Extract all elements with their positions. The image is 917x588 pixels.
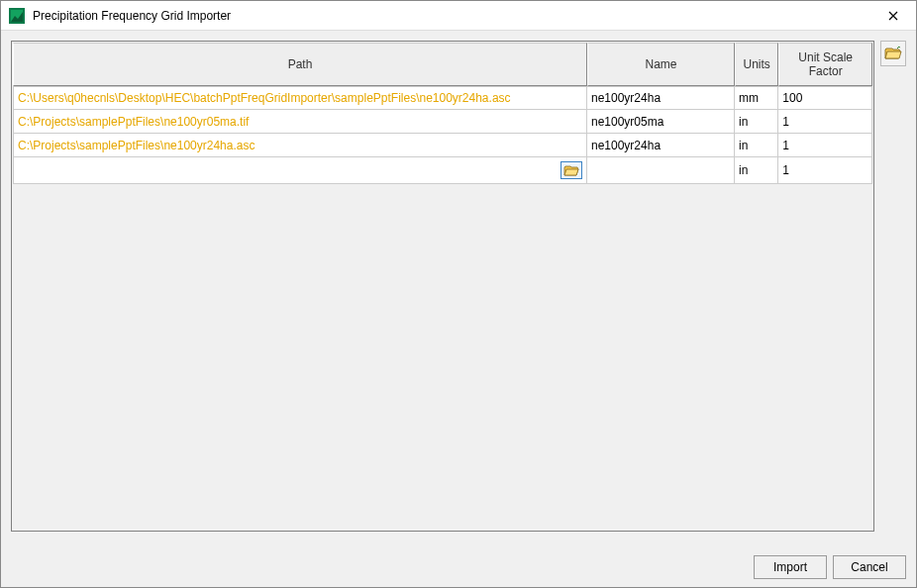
cell-path[interactable]: C:\Users\q0hecnls\Desktop\HEC\batchPptFr… <box>13 86 587 110</box>
header-factor[interactable]: Unit Scale Factor <box>778 43 872 86</box>
cancel-button[interactable]: Cancel <box>833 555 906 579</box>
table-row: in 1 <box>13 157 872 184</box>
header-name[interactable]: Name <box>587 43 735 86</box>
cell-name[interactable]: ne100yr05ma <box>587 110 735 134</box>
table-row: C:\Projects\samplePptFiles\ne100yr05ma.t… <box>13 110 872 134</box>
cell-name[interactable] <box>587 157 735 184</box>
cell-units[interactable]: in <box>735 157 778 184</box>
cell-path[interactable]: C:\Projects\samplePptFiles\ne100yr05ma.t… <box>13 110 587 134</box>
app-icon <box>9 8 25 24</box>
open-folder-button[interactable] <box>880 41 906 66</box>
table-row: C:\Users\q0hecnls\Desktop\HEC\batchPptFr… <box>13 86 872 110</box>
cell-factor[interactable]: 1 <box>778 157 872 184</box>
cell-factor[interactable]: 1 <box>778 134 872 157</box>
table-row: C:\Projects\samplePptFiles\ne100yr24ha.a… <box>13 134 872 157</box>
cell-factor[interactable]: 1 <box>778 110 872 134</box>
cell-name[interactable]: ne100yr24ha <box>587 86 735 110</box>
grid-table-container: Path Name Units Unit Scale Factor C:\Use… <box>11 41 874 532</box>
content-area: Path Name Units Unit Scale Factor C:\Use… <box>1 31 916 551</box>
cell-name[interactable]: ne100yr24ha <box>587 134 735 157</box>
cell-units[interactable]: in <box>735 110 778 134</box>
titlebar: Precipitation Frequency Grid Importer <box>1 1 916 31</box>
cell-path[interactable] <box>13 157 587 184</box>
cell-units[interactable]: in <box>735 134 778 157</box>
import-button[interactable]: Import <box>754 555 827 579</box>
window-title: Precipitation Frequency Grid Importer <box>33 9 870 23</box>
cell-units[interactable]: mm <box>735 86 778 110</box>
dialog-footer: Import Cancel <box>1 551 916 587</box>
close-button[interactable] <box>870 1 916 31</box>
header-path[interactable]: Path <box>13 43 587 86</box>
dialog-window: Precipitation Frequency Grid Importer Pa… <box>0 0 917 588</box>
header-units[interactable]: Units <box>735 43 778 86</box>
row-browse-button[interactable] <box>560 161 582 179</box>
cell-path[interactable]: C:\Projects\samplePptFiles\ne100yr24ha.a… <box>13 134 587 157</box>
cell-factor[interactable]: 100 <box>778 86 872 110</box>
grid-table[interactable]: Path Name Units Unit Scale Factor C:\Use… <box>13 43 872 184</box>
